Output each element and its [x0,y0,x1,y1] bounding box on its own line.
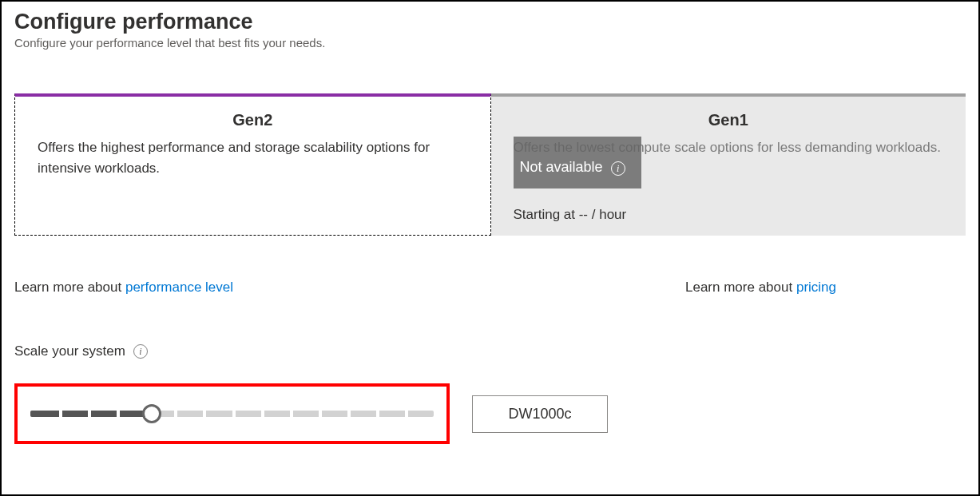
slider-tick [347,410,351,418]
learn-more-row: Learn more about performance level Learn… [14,280,966,296]
learn-prefix: Learn more about [685,280,796,295]
slider-tick [290,410,293,418]
tab-gen2-description: Offers the highest performance and stora… [38,137,468,178]
slider-tick [59,410,62,418]
slider-tick [203,410,206,418]
slider-tick [117,410,120,418]
info-icon[interactable]: i [133,344,148,359]
scale-system-label: Scale your system i [14,343,966,359]
slider-tick [174,410,177,418]
scale-slider[interactable] [30,411,434,417]
scale-slider-highlight [14,383,450,444]
slider-tick [319,410,322,418]
learn-performance: Learn more about performance level [14,280,685,296]
scale-slider-row: DW1000c [14,383,966,444]
slider-tick [232,410,236,418]
slider-tick [405,410,408,418]
slider-tick [376,410,379,418]
slider-thumb[interactable] [142,404,161,423]
gen1-starting-price: Starting at -- / hour [514,207,627,223]
slider-tick [145,410,149,418]
tab-gen2[interactable]: Gen2 Offers the highest performance and … [14,93,491,236]
not-available-label: Not available [520,159,603,176]
tab-gen2-title: Gen2 [38,111,468,129]
performance-tier-tabs: Gen2 Offers the highest performance and … [14,93,966,236]
pricing-link[interactable]: pricing [796,280,836,295]
tab-gen1-title: Gen1 [514,111,944,129]
tab-gen1: Gen1 Offers the lowest compute scale opt… [491,93,966,236]
page-subtitle: Configure your performance level that be… [14,36,966,50]
info-icon[interactable]: i [611,161,625,176]
scale-label-text: Scale your system [14,343,125,359]
learn-pricing: Learn more about pricing [685,280,836,296]
performance-level-link[interactable]: performance level [125,280,233,295]
slider-tick [88,410,91,418]
page-title: Configure performance [14,10,966,34]
slider-tick [261,410,264,418]
scale-value-display: DW1000c [472,395,608,433]
learn-prefix: Learn more about [14,280,125,295]
not-available-badge: Not available i [514,137,641,188]
